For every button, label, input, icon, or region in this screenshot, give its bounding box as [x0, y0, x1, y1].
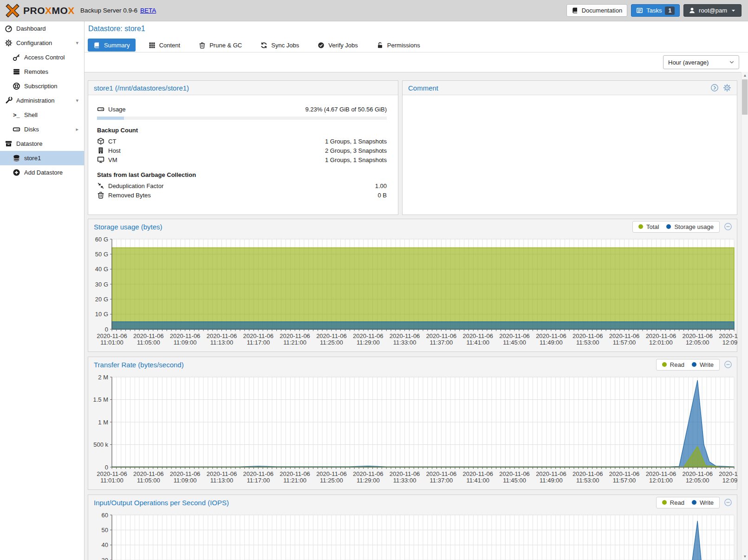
- gc-stats-rows: Deduplication Factor1.00Removed Bytes0 B: [97, 181, 387, 200]
- app-root: PROXMOX Backup Server 0.9-6 BETA Documen…: [0, 0, 748, 560]
- svg-text:2020-11-06: 2020-11-06: [426, 470, 457, 477]
- expand-arrow-icon[interactable]: ▸: [76, 126, 78, 132]
- tab-permissions[interactable]: Permissions: [371, 39, 426, 52]
- backup-count-rows: CT1 Groups, 1 SnapshotsHost2 Groups, 3 S…: [97, 137, 387, 164]
- collapse-panel-icon[interactable]: [724, 222, 732, 231]
- tasks-label: Tasks: [646, 7, 662, 14]
- svg-text:2020-11-06: 2020-11-06: [609, 332, 640, 339]
- time-range-select[interactable]: Hour (average): [663, 55, 739, 69]
- collapse-arrow-icon[interactable]: ▾: [76, 40, 78, 46]
- store-panel-title: store1 (/mnt/datastores/store1): [94, 84, 189, 92]
- legend-label: Read: [670, 361, 684, 368]
- store-panel-body: Usage 9.23% (4.67 GiB of 50.56 GiB) Back…: [88, 95, 398, 200]
- collapse-arrow-icon[interactable]: ▾: [76, 98, 78, 104]
- svg-text:2020-11-06: 2020-11-06: [572, 470, 603, 477]
- user-menu-button[interactable]: root@pam: [683, 4, 741, 17]
- brand-letter: PRO: [23, 5, 45, 16]
- collapse-panel-icon[interactable]: [724, 498, 732, 507]
- chart-legend: TotalStorage usage: [632, 221, 720, 233]
- legend-item-write[interactable]: Write: [692, 499, 714, 506]
- svg-text:0: 0: [105, 464, 108, 471]
- svg-text:500 k: 500 k: [93, 441, 108, 448]
- scrollbar-up-arrow[interactable]: ▲: [741, 72, 748, 79]
- gears-icon: [5, 39, 13, 47]
- svg-text:11:37:00: 11:37:00: [430, 477, 453, 484]
- legend-item-storage-usage[interactable]: Storage usage: [666, 223, 714, 230]
- sidebar-item-administration[interactable]: Administration▾: [0, 93, 84, 108]
- scrollbar-down-arrow[interactable]: ▼: [741, 553, 748, 560]
- stat-value: 2 Groups, 3 Snapshots: [325, 147, 387, 154]
- wrench-icon: [5, 97, 13, 104]
- legend-item-read[interactable]: Read: [662, 499, 684, 506]
- stat-label: CT: [108, 138, 116, 145]
- collapse-panel-icon[interactable]: [724, 360, 732, 369]
- svg-text:11:09:00: 11:09:00: [174, 339, 197, 346]
- user-label: root@pam: [699, 7, 727, 14]
- stat-row-deduplication-factor: Deduplication Factor1.00: [97, 181, 387, 190]
- tab-prune-gc[interactable]: Prune & GC: [193, 39, 247, 52]
- svg-text:2020-11-06: 2020-11-06: [133, 470, 164, 477]
- svg-text:11:05:00: 11:05:00: [137, 477, 160, 484]
- tab-summary[interactable]: Summary: [88, 39, 136, 52]
- chart-canvas: 0500 k1 M1.5 M2 M2020-11-0611:01:002020-…: [88, 372, 738, 490]
- brand-letter-accent: X: [45, 5, 52, 16]
- beta-link[interactable]: BETA: [140, 7, 156, 14]
- sidebar-item-add-datastore[interactable]: Add Datastore: [0, 165, 84, 180]
- trash-icon: [97, 191, 104, 199]
- svg-text:11:49:00: 11:49:00: [540, 339, 563, 346]
- svg-text:11:45:00: 11:45:00: [503, 339, 526, 346]
- svg-text:30 G: 30 G: [95, 281, 108, 288]
- chevron-down-icon: [730, 7, 736, 13]
- svg-text:2020-11-06: 2020-11-06: [426, 332, 457, 339]
- legend-item-write[interactable]: Write: [692, 361, 714, 368]
- tab-verify-jobs[interactable]: Verify Jobs: [312, 39, 364, 52]
- svg-text:11:49:00: 11:49:00: [540, 477, 563, 484]
- svg-text:11:17:00: 11:17:00: [247, 339, 270, 346]
- tabbar-divider: [85, 52, 748, 52]
- sidebar-item-datastore[interactable]: Datastore: [0, 137, 84, 151]
- svg-text:11:25:00: 11:25:00: [320, 339, 343, 346]
- sidebar-item-access-control[interactable]: Access Control: [0, 50, 84, 65]
- sidebar-item-shell[interactable]: >_Shell: [0, 108, 84, 122]
- tab-sync-jobs[interactable]: Sync Jobs: [255, 39, 305, 52]
- usage-label: Usage: [108, 106, 126, 113]
- sidebar-item-subscription[interactable]: Subscription: [0, 79, 84, 93]
- gear-icon[interactable]: [723, 84, 731, 92]
- plus-circle-icon: [13, 169, 20, 176]
- sidebar-item-disks[interactable]: Disks▸: [0, 122, 84, 137]
- tab-label: Summary: [104, 42, 130, 49]
- legend-label: Storage usage: [674, 223, 714, 230]
- svg-text:50: 50: [102, 527, 108, 534]
- svg-text:60 G: 60 G: [95, 236, 108, 243]
- hdd-icon: [13, 125, 20, 133]
- sidebar-item-dashboard[interactable]: Dashboard: [0, 21, 84, 36]
- sidebar-item-remotes[interactable]: Remotes: [0, 65, 84, 79]
- tasks-button[interactable]: Tasks 1: [631, 4, 680, 17]
- sidebar-item-store1[interactable]: store1: [0, 151, 84, 165]
- svg-text:50 G: 50 G: [95, 251, 108, 258]
- legend-item-total[interactable]: Total: [638, 223, 659, 230]
- cube-icon: [97, 137, 104, 145]
- desktop-icon: [97, 156, 104, 163]
- legend-label: Read: [670, 499, 684, 506]
- svg-text:11:29:00: 11:29:00: [357, 339, 380, 346]
- vertical-scrollbar: ▲ ▼: [741, 72, 748, 560]
- svg-text:2020-11-06: 2020-11-06: [572, 332, 603, 339]
- scrollbar-thumb[interactable]: [742, 79, 748, 115]
- unlock-icon: [377, 42, 384, 49]
- usage-row: Usage 9.23% (4.67 GiB of 50.56 GiB): [97, 104, 387, 114]
- legend-label: Total: [646, 223, 659, 230]
- book-icon: [93, 42, 100, 49]
- content-area: store1 (/mnt/datastores/store1) Usage 9.…: [85, 72, 748, 560]
- documentation-button[interactable]: Documentation: [566, 4, 627, 17]
- expand-comment-icon[interactable]: [710, 84, 719, 92]
- svg-text:11:57:00: 11:57:00: [613, 477, 636, 484]
- tab-label: Permissions: [387, 42, 420, 49]
- svg-text:2020-11-06: 2020-11-06: [536, 470, 566, 477]
- legend-item-read[interactable]: Read: [662, 361, 684, 368]
- comment-panel-tools: [710, 84, 731, 92]
- tab-content[interactable]: Content: [143, 39, 186, 52]
- sidebar-item-configuration[interactable]: Configuration▾: [0, 36, 84, 50]
- svg-text:11:29:00: 11:29:00: [357, 477, 380, 484]
- svg-text:11:33:00: 11:33:00: [393, 339, 416, 346]
